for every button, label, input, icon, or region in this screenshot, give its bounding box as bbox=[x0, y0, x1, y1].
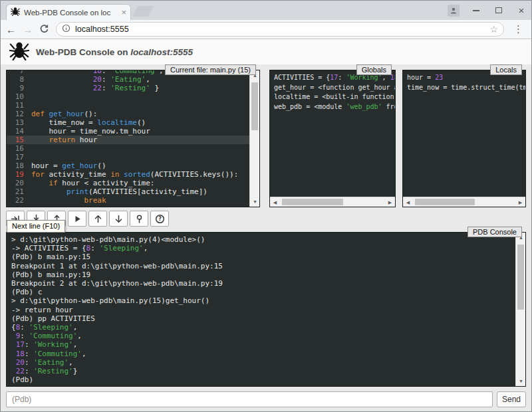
tab-close-icon[interactable]: × bbox=[121, 9, 126, 17]
scroll-down-icon[interactable]: ▼ bbox=[250, 197, 260, 207]
code-text: 22: 'Resting' } bbox=[31, 84, 159, 92]
line-number[interactable]: 14 bbox=[7, 127, 24, 136]
address-bar: ← → localhost:5555 ☆ ⋮ bbox=[1, 20, 531, 39]
url-text[interactable]: localhost:5555 bbox=[75, 25, 485, 34]
maximize-button[interactable] bbox=[493, 5, 505, 17]
line-number[interactable]: 7 bbox=[7, 70, 24, 75]
line-number[interactable]: 12 bbox=[7, 110, 24, 118]
console-line: > d:\git\python-web-pdb\main.py(4)<modul… bbox=[11, 235, 515, 244]
browser-tab[interactable]: Web-PDB Console on loc × bbox=[6, 4, 131, 20]
globals-panel: Globals ACTIVITIES = {17: 'Working', 18:… bbox=[269, 70, 396, 207]
code-line: 14 hour = time_now.tm_hour bbox=[7, 127, 249, 136]
continue-button[interactable] bbox=[68, 211, 86, 227]
code-text: hour = get_hour() bbox=[31, 161, 106, 170]
code-text: print(ACTIVITIES[activity_time]) bbox=[31, 187, 207, 196]
line-number[interactable]: 10 bbox=[7, 92, 24, 101]
console-line: 20: 'Eating', bbox=[11, 358, 515, 367]
scroll-right-icon[interactable]: ▶ bbox=[515, 197, 525, 207]
info-icon[interactable] bbox=[62, 23, 70, 35]
current-file-panel: Current file: main.py (15) 7 18: 'Commut… bbox=[6, 70, 260, 207]
variable-line: get_hour = <function get_hour at 0x bbox=[274, 83, 395, 93]
locals-panel: Locals hour = 23time_now = time.struct_t… bbox=[402, 70, 526, 207]
send-button[interactable]: Send bbox=[497, 391, 526, 407]
console-line: > d:\git\python-web-pdb\main.py(15)get_h… bbox=[11, 296, 515, 305]
reload-icon[interactable] bbox=[39, 24, 49, 35]
tab-title: Web-PDB Console on loc bbox=[24, 9, 117, 17]
line-number[interactable]: 21 bbox=[7, 187, 24, 196]
code-line: 11 bbox=[7, 101, 249, 110]
scroll-thumb[interactable] bbox=[415, 199, 475, 205]
window-controls: × bbox=[448, 1, 527, 20]
scroll-left-icon[interactable]: ◀ bbox=[270, 197, 280, 207]
web-pdb-favicon-icon bbox=[11, 7, 20, 19]
console-view[interactable]: > d:\git\python-web-pdb\main.py(4)<modul… bbox=[7, 233, 515, 386]
code-view[interactable]: 7 18: 'Commuting',8 20: 'Eating',9 22: '… bbox=[7, 70, 249, 207]
line-number[interactable]: 15 bbox=[7, 136, 24, 144]
code-line: 18hour = get_hour() bbox=[7, 161, 249, 170]
scroll-thumb[interactable] bbox=[517, 245, 524, 310]
line-number[interactable]: 20 bbox=[7, 179, 24, 187]
scroll-thumb[interactable] bbox=[282, 199, 343, 205]
line-number[interactable]: 18 bbox=[7, 161, 24, 170]
globals-scrollbar[interactable]: ◀ ▶ bbox=[270, 197, 395, 207]
console-line: (Pdb) b main.py:15 bbox=[11, 253, 515, 261]
code-scrollbar[interactable]: ▲ ▼ bbox=[249, 70, 259, 207]
code-line: 10 bbox=[7, 92, 249, 101]
globals-view[interactable]: ACTIVITIES = {17: 'Working', 18: 'get_ho… bbox=[270, 70, 395, 197]
code-line: 12def get_hour(): bbox=[7, 110, 249, 118]
tab-strip: Web-PDB Console on loc × × bbox=[1, 1, 531, 20]
line-number[interactable]: 19 bbox=[7, 170, 24, 179]
profile-button[interactable] bbox=[448, 5, 460, 17]
console-line: 9: 'Commuting', bbox=[11, 332, 515, 340]
variable-line: localtime = <built-in function loca bbox=[274, 92, 395, 102]
help-button[interactable]: ? bbox=[150, 211, 169, 227]
line-number[interactable]: 16 bbox=[7, 144, 24, 153]
code-line: 15 return hour bbox=[7, 136, 249, 144]
code-line: 22 break bbox=[7, 196, 249, 205]
frame-up-button[interactable] bbox=[88, 211, 107, 227]
current-file-label: Current file: main.py (15) bbox=[165, 64, 256, 75]
scroll-down-icon[interactable]: ▼ bbox=[516, 376, 526, 386]
code-text: time_now = localtime() bbox=[31, 118, 146, 127]
code-line: 19for activity_time in sorted(ACTIVITIES… bbox=[7, 170, 249, 179]
pdb-command-input[interactable] bbox=[6, 391, 493, 407]
line-number[interactable]: 22 bbox=[7, 196, 24, 205]
console-line: Breakpoint 2 at d:\git\python-web-pdb\ma… bbox=[11, 279, 515, 288]
code-text: return hour bbox=[31, 136, 97, 144]
code-text: 18: 'Commuting', bbox=[31, 70, 164, 75]
where-button[interactable] bbox=[130, 211, 148, 227]
locals-scrollbar[interactable]: ◀ ▶ bbox=[403, 197, 525, 207]
line-number[interactable]: 11 bbox=[7, 101, 24, 110]
code-line: 20 if hour < activity_time: bbox=[7, 179, 249, 187]
browser-menu-icon[interactable]: ⋮ bbox=[511, 23, 526, 35]
code-text: if hour < activity_time: bbox=[31, 179, 154, 187]
locals-view[interactable]: hour = 23time_now = time.struct_time(tm_… bbox=[403, 70, 525, 197]
console-line: (Pdb) pp ACTIVITIES bbox=[11, 314, 515, 323]
console-line: (Pdb) b main.py:19 bbox=[11, 270, 515, 279]
frame-down-button[interactable] bbox=[109, 211, 128, 227]
code-line: 17 bbox=[7, 153, 249, 161]
code-text: def get_hour(): bbox=[31, 110, 97, 118]
minimize-button[interactable] bbox=[470, 5, 482, 17]
continue-icon bbox=[72, 214, 82, 224]
console-scrollbar[interactable]: ▲ ▼ bbox=[515, 233, 525, 386]
code-text: for activity_time in sorted(ACTIVITIES.k… bbox=[31, 170, 238, 179]
line-number[interactable]: 8 bbox=[7, 75, 24, 84]
code-line: 9 22: 'Resting' } bbox=[7, 84, 249, 92]
close-button[interactable]: × bbox=[515, 5, 527, 17]
tooltip: Next line (F10) bbox=[7, 220, 65, 233]
variable-line: web_pdb = <module 'web_pdb' from ' bbox=[274, 102, 395, 112]
where-icon bbox=[134, 214, 144, 224]
scroll-left-icon[interactable]: ◀ bbox=[403, 197, 413, 207]
scroll-right-icon[interactable]: ▶ bbox=[385, 197, 395, 207]
forward-icon[interactable]: → bbox=[23, 25, 33, 35]
url-box[interactable]: localhost:5555 ☆ bbox=[56, 22, 504, 37]
line-number[interactable]: 9 bbox=[7, 84, 24, 92]
bookmark-star-icon[interactable]: ☆ bbox=[489, 24, 498, 35]
line-number[interactable]: 17 bbox=[7, 153, 24, 161]
scroll-thumb[interactable] bbox=[251, 82, 258, 130]
line-number[interactable]: 13 bbox=[7, 118, 24, 127]
back-icon[interactable]: ← bbox=[6, 25, 16, 35]
frame-up-icon bbox=[93, 214, 103, 224]
new-tab-button[interactable] bbox=[132, 6, 154, 17]
